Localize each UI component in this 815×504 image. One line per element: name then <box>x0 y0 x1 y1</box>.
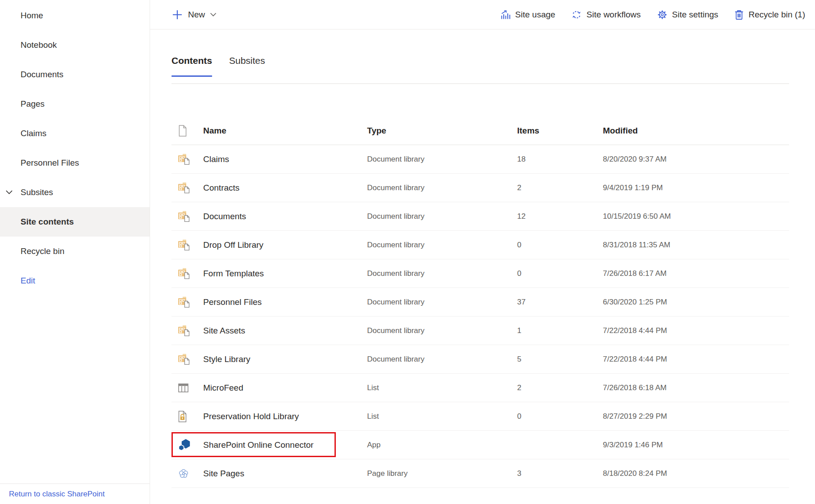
column-header-modified[interactable]: Modified <box>603 126 789 136</box>
document-library-icon <box>178 211 190 222</box>
sharepoint-app-icon <box>178 439 191 451</box>
row-modified: 9/3/2019 1:46 PM <box>603 441 789 450</box>
sidebar-item-label: Documents <box>21 70 63 79</box>
sidebar-item-subsites[interactable]: Subsites <box>0 178 150 207</box>
recycle-bin-button[interactable]: Recycle bin (1) <box>734 9 805 20</box>
sidebar-item-home[interactable]: Home <box>0 1 150 30</box>
return-to-classic-link[interactable]: Return to classic SharePoint <box>9 490 105 499</box>
site-workflows-button[interactable]: Site workflows <box>571 9 640 20</box>
table-row[interactable]: Drop Off Library Document library 0 8/31… <box>171 231 789 259</box>
row-type: Document library <box>367 155 517 164</box>
row-items: 2 <box>517 183 603 192</box>
sidebar-item-personnel-files[interactable]: Personnel Files <box>0 148 150 178</box>
row-name: Site Pages <box>203 469 367 479</box>
row-modified: 7/22/2018 4:44 PM <box>603 326 789 335</box>
row-modified: 7/22/2018 4:44 PM <box>603 355 789 364</box>
gear-icon <box>657 9 668 20</box>
file-type-column-icon[interactable] <box>178 125 188 137</box>
site-contents-page: Home Notebook Documents Pages Claims Per… <box>0 0 815 504</box>
chevron-down-icon <box>210 12 217 17</box>
table-row[interactable]: MicroFeed List 2 7/26/2018 6:18 AM <box>171 374 789 402</box>
contents-table: Name Type Items Modified Claims Document… <box>171 117 789 488</box>
chevron-down-icon[interactable] <box>5 190 13 195</box>
tab-subsites[interactable]: Subsites <box>229 54 265 83</box>
row-modified: 7/26/2018 6:18 AM <box>603 383 789 392</box>
table-row[interactable]: Site Pages Page library 3 8/18/2020 8:24… <box>171 459 789 488</box>
table-row[interactable]: Form Templates Document library 0 7/26/2… <box>171 259 789 288</box>
sidebar-item-label: Notebook <box>21 40 57 50</box>
row-name: Site Assets <box>203 326 367 336</box>
sidebar-item-label: Site contents <box>21 217 74 227</box>
row-items: 3 <box>517 469 603 478</box>
column-header-type[interactable]: Type <box>367 126 517 136</box>
command-bar-actions: Site usage Site workflows Site settings <box>500 9 805 20</box>
row-items: 0 <box>517 412 603 421</box>
table-row[interactable]: Preservation Hold Library List 0 8/27/20… <box>171 402 789 431</box>
table-row-highlighted[interactable]: SharePoint Online Connector App 9/3/2019… <box>171 431 789 459</box>
row-items: 1 <box>517 326 603 335</box>
row-type: List <box>367 412 517 421</box>
trash-icon <box>734 9 744 20</box>
row-type: Document library <box>367 355 517 364</box>
column-header-name[interactable]: Name <box>203 126 367 136</box>
sidebar-item-pages[interactable]: Pages <box>0 89 150 119</box>
table-row[interactable]: Claims Document library 18 8/20/2020 9:3… <box>171 145 789 174</box>
table-row[interactable]: Site Assets Document library 1 7/22/2018… <box>171 317 789 345</box>
row-name: Documents <box>203 212 367 221</box>
row-items: 37 <box>517 298 603 307</box>
site-settings-button[interactable]: Site settings <box>657 9 719 20</box>
row-items: 18 <box>517 155 603 164</box>
sidebar-item-site-contents[interactable]: Site contents <box>0 207 150 237</box>
sidebar-item-edit[interactable]: Edit <box>0 266 150 296</box>
row-items: 12 <box>517 212 603 221</box>
table-row[interactable]: Contracts Document library 2 9/4/2019 1:… <box>171 174 789 202</box>
tabs: Contents Subsites <box>171 54 789 84</box>
row-name: Contracts <box>203 183 367 193</box>
sync-icon <box>571 9 582 20</box>
new-button[interactable]: New <box>171 9 217 21</box>
site-workflows-label: Site workflows <box>586 10 640 20</box>
sidebar-item-label: Edit <box>21 276 35 286</box>
row-items: 0 <box>517 241 603 250</box>
site-usage-label: Site usage <box>515 10 556 20</box>
sidebar-item-label: Subsites <box>21 187 53 197</box>
tab-contents[interactable]: Contents <box>171 54 212 83</box>
table-row[interactable]: Style Library Document library 5 7/22/20… <box>171 345 789 374</box>
row-items: 2 <box>517 383 603 392</box>
row-type: Document library <box>367 298 517 307</box>
table-row[interactable]: Documents Document library 12 10/15/2019… <box>171 202 789 231</box>
sidebar-nav: Home Notebook Documents Pages Claims Per… <box>0 1 150 296</box>
row-type: Document library <box>367 212 517 221</box>
table-row[interactable]: Personnel Files Document library 37 6/30… <box>171 288 789 317</box>
document-library-icon <box>178 154 190 165</box>
row-name: Drop Off Library <box>203 240 367 250</box>
row-type: Document library <box>367 269 517 278</box>
sidebar-item-claims[interactable]: Claims <box>0 119 150 148</box>
command-bar: New Site usage Site workflows <box>150 0 815 29</box>
sidebar-item-label: Pages <box>21 99 45 109</box>
row-name: Form Templates <box>203 269 367 279</box>
sidebar-item-recycle-bin[interactable]: Recycle bin <box>0 237 150 266</box>
chart-icon <box>500 9 511 20</box>
row-name: SharePoint Online Connector <box>203 440 367 450</box>
table-header: Name Type Items Modified <box>171 117 789 145</box>
row-type: Document library <box>367 183 517 192</box>
row-modified: 8/27/2019 2:29 PM <box>603 412 789 421</box>
document-lock-icon <box>178 411 187 422</box>
main-content: New Site usage Site workflows <box>150 0 815 504</box>
row-name: Claims <box>203 154 367 164</box>
sidebar-item-notebook[interactable]: Notebook <box>0 30 150 60</box>
document-library-icon <box>178 325 190 336</box>
row-modified: 8/18/2020 8:24 PM <box>603 469 789 478</box>
document-library-icon <box>178 296 190 308</box>
document-library-icon <box>178 354 190 365</box>
sidebar-item-documents[interactable]: Documents <box>0 60 150 89</box>
column-header-items[interactable]: Items <box>517 126 603 136</box>
row-type: App <box>367 441 517 450</box>
row-type: Document library <box>367 241 517 250</box>
list-icon <box>178 383 189 393</box>
sidebar-item-label: Home <box>21 11 43 21</box>
site-usage-button[interactable]: Site usage <box>500 9 556 20</box>
row-name: Preservation Hold Library <box>203 412 367 421</box>
site-settings-label: Site settings <box>672 10 719 20</box>
